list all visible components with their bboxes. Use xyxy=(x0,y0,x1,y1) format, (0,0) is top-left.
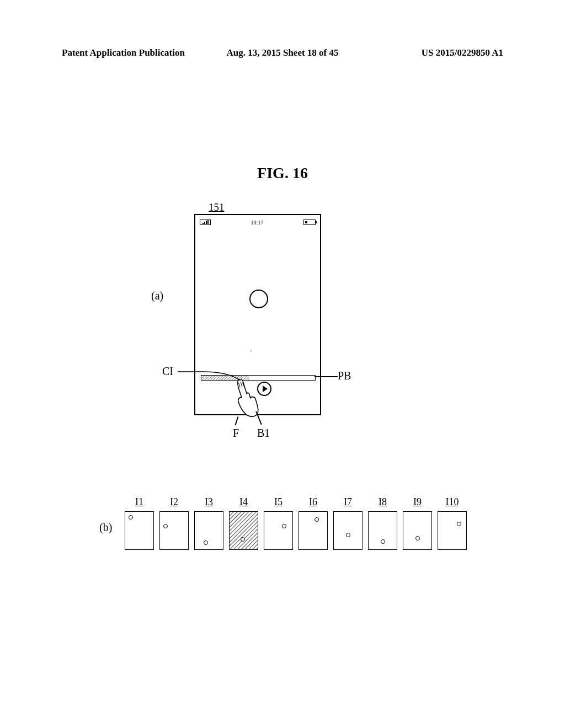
ball-marker xyxy=(415,536,420,540)
frame-I2[interactable]: I2 xyxy=(159,496,189,550)
frame-thumbnail[interactable] xyxy=(403,511,432,550)
frame-label: I10 xyxy=(438,496,467,508)
f-label: F xyxy=(233,427,239,440)
frame-thumbnail[interactable] xyxy=(264,511,293,550)
frame-thumbnail[interactable] xyxy=(125,511,154,550)
ref-151-label: 151 xyxy=(209,201,225,213)
play-button[interactable] xyxy=(257,382,271,396)
frame-label: I2 xyxy=(159,496,189,508)
frame-thumbnail[interactable] xyxy=(159,511,189,550)
frame-I8[interactable]: I8 xyxy=(368,496,397,550)
pub-number: US 2015/0229850 A1 xyxy=(356,47,503,58)
frame-I7[interactable]: I7 xyxy=(333,496,363,550)
frame-label: I1 xyxy=(125,496,154,508)
frame-I9[interactable]: I9 xyxy=(403,496,432,550)
part-a-label: (a) xyxy=(151,290,163,302)
play-icon xyxy=(263,386,268,392)
ball-object xyxy=(249,290,268,308)
page-header: Patent Application Publication Aug. 13, … xyxy=(62,47,503,58)
frame-label: I5 xyxy=(264,496,293,508)
f-leader-line xyxy=(235,416,238,425)
ball-marker xyxy=(381,539,385,544)
ball-marker xyxy=(241,537,245,542)
frame-label: I7 xyxy=(333,496,363,508)
ball-marker xyxy=(204,540,208,545)
frame-I10[interactable]: I10 xyxy=(438,496,467,550)
frame-I6[interactable]: I6 xyxy=(299,496,328,550)
frame-label: I6 xyxy=(299,496,328,508)
ci-label: CI xyxy=(162,365,173,378)
frame-thumbnail[interactable] xyxy=(333,511,363,550)
frame-I3[interactable]: I3 xyxy=(194,496,223,550)
ball-marker xyxy=(457,522,461,526)
battery-icon xyxy=(303,220,316,225)
frame-label: I4 xyxy=(229,496,258,508)
ball-marker xyxy=(315,517,319,522)
pb-label: PB xyxy=(338,370,351,382)
ci-leader-line xyxy=(175,357,247,382)
phone-outline: 10:17 xyxy=(194,214,321,415)
pub-category: Patent Application Publication xyxy=(62,47,209,58)
frame-label: I3 xyxy=(194,496,223,508)
svg-rect-5 xyxy=(230,512,258,549)
signal-icon xyxy=(200,220,211,225)
frame-thumbnail[interactable] xyxy=(438,511,467,550)
frame-I4[interactable]: I4 xyxy=(229,496,258,550)
figure-title: FIG. 16 xyxy=(0,164,565,182)
b1-label: B1 xyxy=(257,427,270,440)
frame-thumbnail[interactable] xyxy=(299,511,328,550)
frame-strip: I1I2I3I4I5I6I7I8I9I10 xyxy=(125,496,467,550)
frame-thumbnail[interactable] xyxy=(229,511,258,550)
frame-I1[interactable]: I1 xyxy=(125,496,154,550)
ball-marker xyxy=(129,515,133,520)
svg-marker-1 xyxy=(250,350,251,350)
ball-marker xyxy=(163,524,168,528)
frame-label: I8 xyxy=(368,496,397,508)
frame-thumbnail[interactable] xyxy=(194,511,223,550)
date-sheet: Aug. 13, 2015 Sheet 18 of 45 xyxy=(209,47,356,58)
status-bar: 10:17 xyxy=(195,218,320,227)
ball-marker xyxy=(282,524,286,528)
frame-thumbnail[interactable] xyxy=(368,511,397,550)
up-arrow-icon xyxy=(250,339,252,363)
frame-label: I9 xyxy=(403,496,432,508)
frame-I5[interactable]: I5 xyxy=(264,496,293,550)
part-b-label: (b) xyxy=(99,521,112,534)
pb-leader-line xyxy=(315,376,338,377)
clock: 10:17 xyxy=(211,220,303,226)
ball-marker xyxy=(346,533,350,537)
